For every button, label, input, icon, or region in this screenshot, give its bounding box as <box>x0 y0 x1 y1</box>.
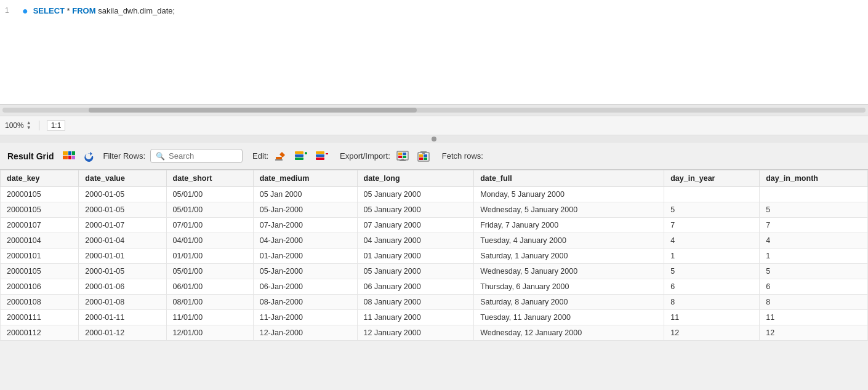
svg-rect-15 <box>316 154 324 157</box>
execution-dot: ● <box>22 6 28 16</box>
import-icon <box>417 151 431 162</box>
edit-label: Edit: <box>252 151 268 161</box>
column-header-date_value[interactable]: date_value <box>79 170 166 187</box>
table-row[interactable]: 200001062000-01-0606/01/0006-Jan-200006 … <box>1 279 868 295</box>
column-header-date_full[interactable]: date_full <box>474 170 664 187</box>
refresh-button[interactable] <box>82 149 95 163</box>
svg-rect-27 <box>420 151 427 153</box>
search-input[interactable] <box>169 151 237 161</box>
svg-rect-6 <box>276 157 282 159</box>
svg-rect-17 <box>326 153 328 154</box>
table-row[interactable]: 200001052000-01-0505/01/0005-Jan-200005 … <box>1 202 868 218</box>
sql-content: SELECT * FROM sakila_dwh.dim_date; <box>33 6 175 15</box>
table-row[interactable]: 200001042000-01-0404/01/0004-Jan-200004 … <box>1 233 868 249</box>
export-icon <box>396 151 410 162</box>
column-header-date_medium[interactable]: date_medium <box>253 170 357 187</box>
table-row[interactable]: 200001072000-01-0707/01/0007-Jan-200007 … <box>1 218 868 233</box>
grid-view-button[interactable] <box>61 149 77 163</box>
export-import-label: Export/Import: <box>340 151 390 161</box>
table-row[interactable]: 200001112000-01-1111/01/0011-Jan-200011 … <box>1 310 868 325</box>
search-icon: 🔍 <box>156 152 165 161</box>
line-number: 1 <box>5 6 17 15</box>
zoom-down-arrow[interactable]: ▼ <box>26 125 31 130</box>
zoom-value: 100% <box>5 121 24 130</box>
svg-rect-5 <box>72 156 75 159</box>
table-row[interactable]: 200001082000-01-0808/01/0008-Jan-200008 … <box>1 295 868 310</box>
svg-rect-9 <box>295 151 303 154</box>
svg-rect-22 <box>403 156 406 158</box>
result-grid-title: Result Grid <box>7 151 54 161</box>
svg-rect-16 <box>316 157 324 160</box>
zoom-arrows[interactable]: ▲ ▼ <box>26 121 31 130</box>
column-header-day_in_year[interactable]: day_in_year <box>664 170 760 187</box>
svg-rect-13 <box>305 152 307 154</box>
zoom-control[interactable]: 100% ▲ ▼ <box>5 121 39 130</box>
table-row[interactable]: 200001052000-01-0505/01/0005-Jan-200005 … <box>1 264 868 279</box>
svg-rect-3 <box>63 156 68 159</box>
result-toolbar: Result Grid Filter Rows: 🔍 Edit: <box>0 143 868 170</box>
column-header-date_short[interactable]: date_short <box>166 170 253 187</box>
svg-rect-29 <box>424 154 427 157</box>
status-bar: 100% ▲ ▼ 1:1 <box>0 116 868 135</box>
vscroll-dot <box>432 137 436 141</box>
svg-rect-1 <box>68 151 71 155</box>
add-row-icon <box>294 151 308 162</box>
result-table-container[interactable]: date_keydate_valuedate_shortdate_mediumd… <box>0 170 868 341</box>
filter-rows-label: Filter Rows: <box>103 151 145 161</box>
vertical-scroll-indicator[interactable] <box>0 135 868 143</box>
sql-star: * <box>67 6 73 15</box>
sql-editor[interactable]: 1 ● SELECT * FROM sakila_dwh.dim_date; <box>0 0 868 105</box>
svg-rect-19 <box>398 153 402 155</box>
search-box[interactable]: 🔍 <box>150 149 243 163</box>
edit-pencil-button[interactable] <box>273 149 288 163</box>
svg-rect-4 <box>68 156 71 159</box>
column-header-day_in_month[interactable]: day_in_month <box>760 170 868 187</box>
svg-rect-10 <box>295 154 303 157</box>
svg-rect-0 <box>63 151 68 155</box>
scrollbar-track <box>2 108 866 113</box>
scrollbar-thumb[interactable] <box>89 108 417 113</box>
sql-keyword-from: FROM <box>72 6 95 15</box>
table-row[interactable]: 200001012000-01-0101/01/0001-Jan-200001 … <box>1 249 868 264</box>
column-header-date_key[interactable]: date_key <box>1 170 79 187</box>
cursor-position[interactable]: 1:1 <box>47 120 66 131</box>
result-table: date_keydate_valuedate_shortdate_mediumd… <box>0 170 868 341</box>
svg-rect-30 <box>419 157 423 160</box>
export-button[interactable] <box>395 149 411 163</box>
svg-rect-2 <box>72 151 75 155</box>
table-header-row: date_keydate_valuedate_shortdate_mediumd… <box>1 170 868 187</box>
delete-row-button[interactable] <box>314 149 330 163</box>
column-header-date_long[interactable]: date_long <box>357 170 474 187</box>
delete-row-icon <box>315 151 329 162</box>
refresh-icon <box>83 151 94 162</box>
pencil-icon <box>275 151 287 162</box>
svg-rect-28 <box>419 154 423 157</box>
sql-keyword-select: SELECT <box>33 6 65 15</box>
fetch-rows-label: Fetch rows: <box>442 151 483 161</box>
table-body: 200001052000-01-0505/01/0005 Jan 200005 … <box>1 187 868 341</box>
add-row-button[interactable] <box>293 149 309 163</box>
import-button[interactable] <box>416 149 432 163</box>
svg-rect-8 <box>275 159 283 161</box>
svg-rect-14 <box>316 151 324 154</box>
svg-rect-24 <box>400 160 406 161</box>
svg-rect-20 <box>403 153 406 155</box>
table-row[interactable]: 200001052000-01-0505/01/0005 Jan 200005 … <box>1 187 868 202</box>
horizontal-scrollbar[interactable] <box>0 105 868 116</box>
sql-table: sakila_dwh.dim_date; <box>98 6 175 15</box>
svg-rect-11 <box>295 157 303 160</box>
svg-rect-21 <box>398 156 402 158</box>
table-row[interactable]: 200001122000-01-1212/01/0012-Jan-200012 … <box>1 325 868 341</box>
svg-rect-31 <box>424 157 427 160</box>
sql-line-1: 1 ● SELECT * FROM sakila_dwh.dim_date; <box>0 5 868 17</box>
svg-marker-7 <box>279 152 285 157</box>
grid-icon <box>62 151 76 162</box>
